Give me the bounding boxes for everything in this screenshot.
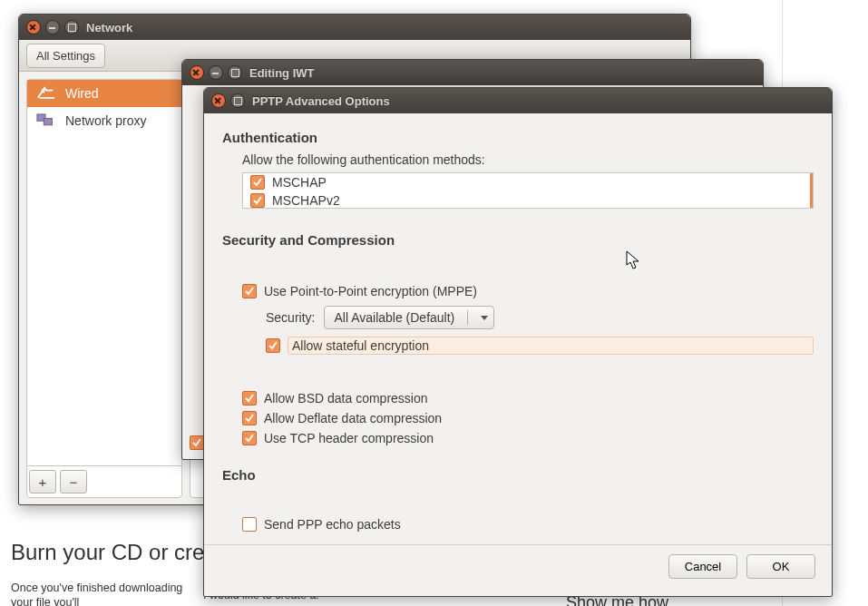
ppp-echo-row[interactable]: Send PPP echo packets: [242, 517, 814, 532]
checkbox-icon[interactable]: [190, 435, 204, 450]
tcp-row[interactable]: Use TCP header compression: [242, 431, 814, 445]
bsd-label: Allow BSD data compression: [264, 391, 428, 406]
cancel-button[interactable]: Cancel: [668, 554, 737, 579]
checkbox-icon[interactable]: [250, 175, 265, 190]
auth-method-row[interactable]: MSCHAPv2: [243, 191, 813, 209]
bsd-row[interactable]: Allow BSD data compression: [242, 391, 814, 406]
page-paragraph: Once you've finished downloading your fi…: [11, 581, 192, 606]
mppe-label: Use Point-to-Point encryption (MPPE): [264, 284, 477, 298]
auth-method-row[interactable]: MSCHAP: [243, 173, 813, 191]
checkbox-icon[interactable]: [242, 391, 257, 406]
chevron-down-icon: [481, 316, 488, 320]
window-title: Network: [86, 21, 132, 34]
checkbox-icon[interactable]: [242, 284, 257, 298]
deflate-row[interactable]: Allow Deflate data compression: [242, 411, 814, 425]
stateful-highlight: Allow stateful encryption: [288, 337, 814, 355]
pptp-advanced-options-window: PPTP Advanced Options Authentication All…: [203, 87, 833, 597]
security-combo-value: All Available (Default): [334, 310, 454, 325]
security-combo[interactable]: All Available (Default): [324, 306, 494, 329]
close-icon[interactable]: [211, 93, 226, 108]
authentication-heading: Authentication: [222, 130, 814, 145]
maximize-icon[interactable]: [64, 20, 79, 34]
stateful-label: Allow stateful encryption: [292, 338, 429, 353]
titlebar[interactable]: PPTP Advanced Options: [204, 88, 832, 113]
add-connection-button[interactable]: +: [29, 470, 56, 494]
wired-icon: [36, 86, 56, 101]
minimize-icon[interactable]: [209, 65, 223, 80]
sidebar-item-label: Network proxy: [65, 113, 146, 128]
titlebar[interactable]: Editing IWT: [182, 60, 763, 85]
close-icon[interactable]: [26, 20, 41, 34]
all-settings-button[interactable]: All Settings: [26, 44, 105, 68]
scrollbar[interactable]: [810, 173, 813, 208]
checkbox-icon[interactable]: [266, 338, 280, 353]
checkbox-icon[interactable]: [250, 193, 265, 208]
auth-method-label: MSCHAPv2: [272, 193, 340, 208]
svg-rect-0: [41, 90, 44, 93]
window-title: PPTP Advanced Options: [252, 94, 390, 108]
ppp-echo-label: Send PPP echo packets: [264, 517, 401, 532]
maximize-icon[interactable]: [228, 65, 242, 80]
deflate-label: Allow Deflate data compression: [264, 411, 442, 425]
checkbox-icon[interactable]: [242, 431, 257, 445]
security-heading: Security and Compression: [222, 232, 814, 248]
titlebar[interactable]: Network: [19, 15, 690, 40]
mppe-row[interactable]: Use Point-to-Point encryption (MPPE): [242, 284, 814, 298]
stateful-row[interactable]: Allow stateful encryption: [266, 337, 814, 355]
checkbox-icon[interactable]: [242, 517, 257, 532]
remove-connection-button[interactable]: −: [60, 470, 87, 494]
sidebar-item-wired[interactable]: Wired: [27, 80, 181, 107]
svg-rect-2: [44, 118, 52, 124]
ok-button[interactable]: OK: [746, 554, 815, 579]
minimize-icon[interactable]: [45, 20, 60, 34]
sidebar-item-label: Wired: [65, 86, 99, 101]
auth-methods-list[interactable]: MSCHAP MSCHAPv2: [242, 172, 814, 209]
security-label: Security:: [266, 310, 315, 325]
echo-heading: Echo: [222, 467, 814, 483]
checkbox-icon[interactable]: [242, 411, 257, 425]
tcp-label: Use TCP header compression: [264, 431, 434, 445]
maximize-icon[interactable]: [230, 93, 245, 108]
authentication-subtitle: Allow the following authentication metho…: [242, 152, 814, 167]
close-icon[interactable]: [190, 65, 204, 80]
page-heading: Burn your CD or cre: [11, 540, 204, 565]
window-title: Editing IWT: [249, 66, 314, 80]
auth-method-label: MSCHAP: [272, 175, 327, 190]
network-sidebar: Wired Network proxy + −: [26, 79, 182, 498]
proxy-icon: [36, 113, 56, 128]
sidebar-item-network-proxy[interactable]: Network proxy: [27, 107, 181, 134]
